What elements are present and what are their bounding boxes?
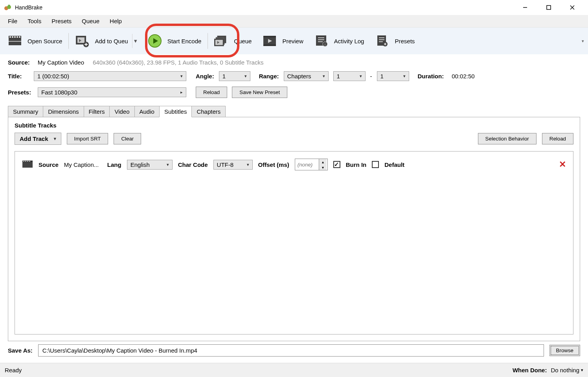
toolbar-overflow[interactable]: ▾ (582, 39, 586, 44)
range-type-select[interactable]: Chapters▾ (284, 71, 329, 81)
add-queue-icon (75, 34, 89, 48)
close-button[interactable] (560, 0, 584, 15)
menu-file[interactable]: File (3, 16, 22, 26)
presets-label: Presets (395, 38, 415, 44)
title-label: Title: (8, 73, 29, 79)
add-queue-dropdown[interactable]: ▾ (132, 34, 139, 48)
maximize-button[interactable] (537, 0, 560, 15)
svg-rect-48 (29, 161, 30, 162)
clear-button[interactable]: Clear (114, 133, 141, 144)
activity-log-button[interactable]: i Activity Log (309, 31, 370, 51)
app-icon (4, 4, 12, 11)
subtitle-toolbar: Add Track▾ Import SRT Clear Selection Be… (15, 133, 573, 145)
open-source-button[interactable]: Open Source (2, 31, 68, 51)
tab-dimensions[interactable]: Dimensions (43, 106, 84, 117)
svg-rect-46 (25, 161, 26, 162)
tab-video[interactable]: Video (109, 106, 134, 117)
tab-subtitles[interactable]: Subtitles (159, 106, 192, 117)
selection-behavior-button[interactable]: Selection Behavior (478, 133, 537, 144)
svg-rect-30 (263, 44, 276, 46)
svg-rect-11 (14, 36, 16, 38)
svg-rect-9 (9, 36, 11, 38)
subtitle-tracks-header: Subtitle Tracks (15, 122, 573, 129)
svg-text:i: i (325, 43, 325, 46)
save-as-input[interactable] (38, 344, 544, 357)
source-label: Source: (8, 59, 30, 66)
default-label: Default (384, 161, 404, 168)
svg-rect-16 (77, 37, 85, 43)
spinner-up[interactable]: ▴ (319, 159, 327, 164)
svg-rect-10 (12, 36, 13, 38)
presets-icon (375, 34, 389, 48)
duration-label: Duration: (418, 73, 444, 79)
burn-in-checkbox[interactable] (333, 161, 340, 168)
minimize-button[interactable] (513, 0, 537, 15)
preset-select[interactable]: Fast 1080p30▸ (38, 87, 186, 97)
track-source-label: Source (39, 161, 59, 168)
toolbar-separator (68, 33, 69, 49)
titlebar: HandBrake (0, 0, 588, 15)
film-icon (22, 160, 33, 169)
default-checkbox[interactable] (372, 161, 379, 168)
tab-summary[interactable]: Summary (8, 106, 43, 117)
tabs: Summary Dimensions Filters Video Audio S… (8, 106, 580, 117)
when-done-label: When Done: (513, 367, 547, 373)
save-as-row: Save As: Browse (0, 344, 588, 363)
track-lang-select[interactable]: English▾ (127, 160, 173, 170)
toolbar: Open Source Add to Queu ▾ Start Encode Q… (0, 28, 588, 54)
track-list: Source My Caption... Lang English▾ Char … (15, 151, 573, 334)
presets-row: Presets: Fast 1080p30▸ Reload Save New P… (8, 87, 580, 98)
start-encode-label: Start Encode (167, 38, 202, 44)
range-dash: - (370, 73, 372, 79)
import-srt-button[interactable]: Import SRT (67, 133, 108, 144)
menu-presets[interactable]: Presets (47, 16, 76, 26)
range-from-select[interactable]: 1▾ (333, 71, 366, 81)
play-icon (148, 34, 162, 48)
presets-label: Presets: (8, 89, 33, 96)
presets-button[interactable]: Presets (369, 31, 420, 51)
svg-rect-45 (23, 161, 24, 162)
window-controls (513, 0, 584, 15)
menu-help[interactable]: Help (105, 16, 127, 26)
status-text: Ready (5, 367, 22, 373)
queue-label: Queue (234, 38, 252, 44)
svg-rect-4 (547, 6, 551, 9)
range-label: Range: (259, 73, 279, 79)
when-done-select[interactable]: Do nothing▾ (551, 367, 583, 373)
title-select[interactable]: 1 (00:02:50)▾ (34, 71, 186, 81)
track-charcode-select[interactable]: UTF-8▾ (213, 160, 253, 170)
burn-in-label: Burn In (346, 161, 367, 168)
spinner-down[interactable]: ▾ (319, 164, 327, 170)
save-new-preset-button[interactable]: Save New Preset (232, 87, 287, 98)
svg-rect-47 (27, 161, 28, 162)
main-content: Source: My Caption Video 640x360 (640x36… (0, 54, 588, 344)
browse-button[interactable]: Browse (549, 345, 580, 356)
film-icon (8, 34, 22, 48)
reload-tracks-button[interactable]: Reload (542, 133, 573, 144)
add-track-button[interactable]: Add Track▾ (15, 133, 61, 145)
title-row: Title: 1 (00:02:50)▾ Angle: 1▾ Range: Ch… (8, 71, 580, 81)
svg-rect-43 (22, 161, 33, 168)
start-encode-button[interactable]: Start Encode (139, 31, 207, 51)
tab-body: Subtitle Tracks Add Track▾ Import SRT Cl… (8, 117, 580, 341)
track-offset-input[interactable]: ▴▾ (295, 159, 328, 170)
preview-icon (263, 34, 277, 48)
preview-button[interactable]: Preview (257, 31, 309, 51)
tab-filters[interactable]: Filters (84, 106, 110, 117)
range-to-select[interactable]: 1▾ (377, 71, 409, 81)
svg-rect-12 (17, 36, 18, 38)
menu-queue[interactable]: Queue (77, 16, 104, 26)
reload-preset-button[interactable]: Reload (196, 87, 227, 98)
track-offset-label: Offset (ms) (258, 161, 289, 168)
queue-button[interactable]: Queue (209, 31, 257, 51)
tab-chapters[interactable]: Chapters (191, 106, 226, 117)
tab-audio[interactable]: Audio (134, 106, 160, 117)
menu-tools[interactable]: Tools (23, 16, 46, 26)
angle-select[interactable]: 1▾ (219, 71, 250, 81)
duration-value: 00:02:50 (452, 73, 474, 79)
add-to-queue-button[interactable]: Add to Queu (70, 31, 133, 51)
toolbar-separator (208, 33, 208, 49)
track-row: Source My Caption... Lang English▾ Char … (22, 159, 566, 170)
track-source-value: My Caption... (64, 161, 102, 168)
delete-track-button[interactable]: ✕ (559, 159, 566, 170)
